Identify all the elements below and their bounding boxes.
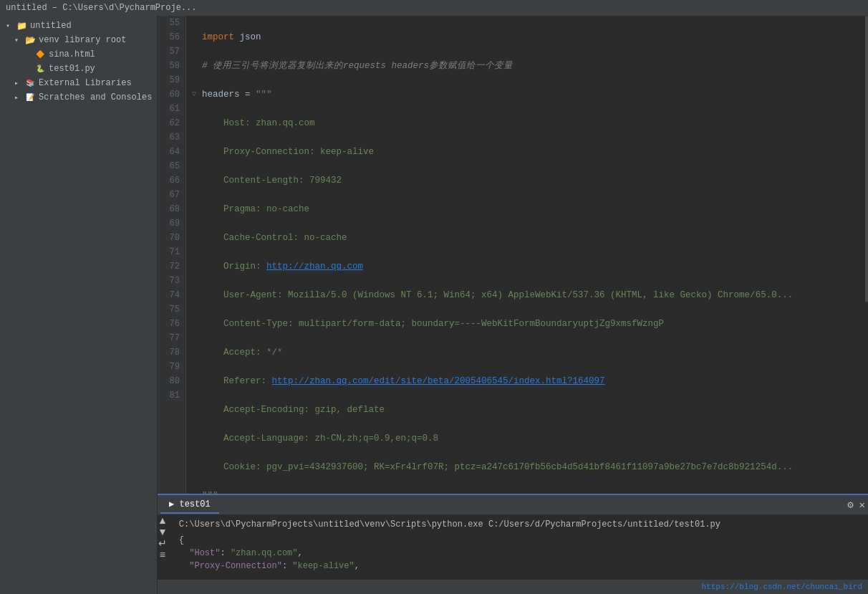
code-string: Cookie: pgv_pvi=4342937600; RK=xFr4lrf07… [202,460,793,474]
scratch-icon: 📝 [24,92,36,103]
bottom-panel: ▶ test01 ⚙ ✕ ▲ ▼ ↵ ≡ C:\Users\d\PycharmP… [158,494,868,580]
arrow-icon: ▸ [14,93,24,102]
code-string: """ [256,87,272,102]
code-string: Accept-Language: zh-CN,zh;q=0.9,en;q=0.8 [202,431,438,446]
code-string: Content-Length: 799432 [202,173,342,188]
code-editor[interactable]: import json # 使用三引号将浏览器复制出来的requests hea… [186,16,862,494]
spacer [24,51,34,59]
status-bar: https://blog.csdn.net/chuncai_bird [158,580,868,594]
folder-icon: 📁 [16,20,27,32]
main-container: ▾ 📁 untitled ▾ 📂 venv library root 🔶 sin… [0,16,868,594]
tab-run[interactable]: ▶ test01 [160,496,219,514]
code-view: 5556575859 6061626364 6566676869 7071727… [158,16,868,494]
minimap-indicator [865,16,868,302]
sidebar-item-scratches[interactable]: ▸ 📝 Scratches and Consoles [0,90,157,105]
output-line-2: "Host": "zhan.qq.com", [179,547,862,560]
code-string: Accept: */* [202,345,283,360]
sidebar-item-label: untitled [30,21,72,31]
spacer [24,65,34,73]
code-string: Pragma: no-cache [202,202,309,216]
code-keyword: import [202,30,234,44]
html-file-icon: 🔶 [34,49,46,60]
close-panel-icon[interactable]: ✕ [859,499,865,511]
arrow-icon: ▾ [14,36,24,44]
lib-icon: 📚 [24,77,36,89]
bottom-panel-tabs: ▶ test01 ⚙ ✕ [158,495,868,515]
bottom-row: ▲ ▼ ↵ ≡ C:\Users\d\PycharmProjects\untit… [158,515,868,575]
bottom-content: C:\Users\d\PycharmProjects\untitled\venv… [173,515,868,575]
code-string: """ [202,489,218,494]
line-numbers: 5556575859 6061626364 6566676869 7071727… [158,16,186,494]
scroll-down-button[interactable]: ▼ [158,527,168,537]
code-string: Referer: [202,374,272,388]
code-url: http://zhan.qq.com [266,259,363,274]
sidebar-item-untitled[interactable]: ▾ 📁 untitled [0,19,157,33]
minimap [862,16,868,494]
code-string: Content-Type: multipart/form-data; bound… [202,317,664,331]
code-comment: # 使用三引号将浏览器复制出来的requests headers参数赋值给一个变… [202,59,513,73]
sidebar-item-label: venv library root [39,35,126,45]
run-command: C:\Users\d\PycharmProjects\untitled\venv… [179,518,862,531]
enter-button[interactable]: ↵ [158,538,168,548]
sidebar: ▾ 📁 untitled ▾ 📂 venv library root 🔶 sin… [0,16,158,594]
py-file-icon: 🐍 [34,63,46,75]
run-tab-label: test01 [179,499,210,509]
output-line-3: "Proxy-Connection": "keep-alive", [179,560,862,573]
code-url: http://zhan.qq.com/edit/site/beta/200540… [272,374,605,388]
title-bar: untitled – C:\Users\d\PycharmProje... [0,0,868,16]
format-button[interactable]: ≡ [158,550,168,560]
code-string: Accept-Encoding: gzip, deflate [202,403,385,417]
sidebar-item-label: External Libraries [39,78,132,88]
arrow-icon: ▾ [6,21,16,30]
sidebar-item-ext-libraries[interactable]: ▸ 📚 External Libraries [0,76,157,90]
status-right-link[interactable]: https://blog.csdn.net/chuncai_bird [702,583,862,591]
sidebar-item-label: test01.py [49,64,95,74]
code-string: Proxy-Connection: keep-alive [202,145,374,159]
scroll-up-button[interactable]: ▲ [158,515,168,525]
sidebar-item-label: sina.html [49,49,95,59]
venv-folder-icon: 📂 [24,34,36,46]
editor-area: 5556575859 6061626364 6566676869 7071727… [158,16,868,594]
gear-icon[interactable]: ⚙ [847,499,853,511]
fold-icon[interactable]: ▽ [192,87,202,102]
run-tab-icon: ▶ [169,499,174,509]
sidebar-item-venv[interactable]: ▾ 📂 venv library root [0,33,157,47]
bottom-nav: ▲ ▼ ↵ ≡ [158,515,168,560]
title-text: untitled – C:\Users\d\PycharmProje... [6,3,196,13]
arrow-icon: ▸ [14,79,24,87]
panel-tab-settings: ⚙ ✕ [847,499,865,511]
sidebar-item-label: Scratches and Consoles [39,92,152,102]
code-string: User-Agent: Mozilla/5.0 (Windows NT 6.1;… [202,288,793,302]
code-string: Origin: [202,259,266,274]
code-string: Cache-Control: no-cache [202,231,347,245]
sidebar-item-sina-html[interactable]: 🔶 sina.html [0,47,157,62]
output-line-1: { [179,534,862,547]
sidebar-item-test01-py[interactable]: 🐍 test01.py [0,62,157,76]
code-string: Host: zhan.qq.com [202,116,315,130]
